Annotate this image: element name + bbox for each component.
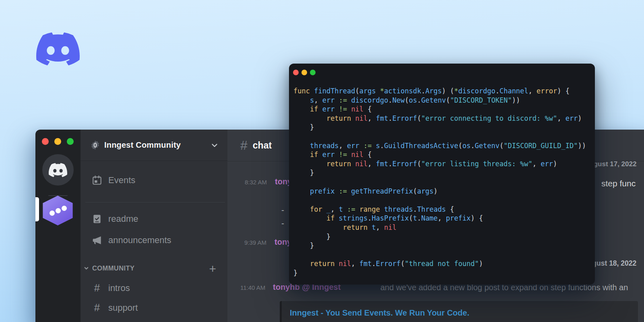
code-line: if err != nil { — [293, 150, 592, 159]
sidebar-item-label: announcements — [108, 235, 171, 246]
window-controls — [42, 138, 74, 145]
message-fragment: step func — [601, 179, 636, 188]
bullet-fragment: - — [281, 205, 284, 215]
sidebar-item-events[interactable]: Events — [92, 175, 135, 186]
code-line: if err != nil { — [293, 105, 592, 114]
link-embed-card: Inngest - You Send Events. We Run Your C… — [280, 301, 638, 322]
calendar-icon — [92, 175, 102, 186]
code-line: } — [293, 232, 592, 242]
code-line — [293, 132, 592, 141]
code-line: } — [293, 123, 592, 132]
minimize-button[interactable] — [301, 70, 307, 75]
code-line: } — [293, 268, 592, 278]
discord-logo — [36, 32, 80, 66]
channel-sidebar: Inngest Community Events readme — [80, 130, 227, 322]
channel-label: intros — [108, 283, 130, 293]
sidebar-divider — [85, 202, 225, 202]
add-channel-button[interactable]: + — [209, 263, 216, 275]
code-line: } — [293, 168, 592, 178]
hash-icon: # — [240, 138, 248, 153]
discord-home-button[interactable] — [42, 154, 74, 186]
discord-mark-icon — [49, 163, 67, 177]
code-line: return nil, fmt.Errorf("error listing th… — [293, 159, 592, 169]
sidebar-channel-support[interactable]: # support — [92, 301, 138, 314]
code-line — [293, 250, 592, 260]
message-timestamp: 9:39 AM — [244, 239, 266, 246]
maximize-button[interactable] — [310, 70, 316, 75]
sidebar-item-announcements[interactable]: announcements — [92, 235, 171, 246]
code-line: func findThread(args *actionsdk.Args) (*… — [293, 87, 592, 96]
code-line: return nil, fmt.Errorf("thread not found… — [293, 259, 592, 268]
server-name: Inngest Community — [104, 140, 211, 150]
inngest-dot — [56, 208, 61, 213]
message-timestamp: 11:40 AM — [240, 284, 265, 291]
megaphone-icon — [92, 235, 102, 246]
sidebar-item-label: Events — [108, 175, 135, 186]
code-line: prefix := getThreadPrefix(args) — [293, 187, 592, 196]
code-line: s, err := discordgo.New(os.Getenv("DISCO… — [293, 96, 592, 105]
hash-icon: # — [92, 282, 102, 294]
code-content: func findThread(args *actionsdk.Args) (*… — [293, 87, 592, 281]
sidebar-channel-intros[interactable]: # intros — [92, 282, 130, 294]
message-timestamp: 8:32 AM — [245, 179, 267, 186]
category-community[interactable]: COMMUNITY — [84, 264, 134, 272]
verified-badge-icon — [91, 140, 100, 150]
close-button[interactable] — [42, 138, 49, 145]
chevron-down-icon[interactable] — [211, 141, 219, 149]
code-editor-window: func findThread(args *actionsdk.Args) (*… — [289, 64, 595, 285]
inngest-server-button[interactable] — [42, 196, 74, 225]
window-controls — [293, 70, 316, 75]
hash-icon: # — [92, 301, 102, 314]
sidebar-item-label: readme — [108, 214, 138, 224]
inngest-dot — [62, 206, 67, 211]
active-server-indicator — [35, 197, 39, 221]
close-button[interactable] — [293, 70, 299, 75]
readme-book-icon — [92, 214, 102, 224]
bullet-fragment: - — [281, 219, 284, 228]
inngest-dot — [50, 211, 55, 216]
code-line: for _, t := range threads.Threads { — [293, 205, 592, 214]
sidebar-item-readme[interactable]: readme — [92, 214, 138, 224]
code-line: threads, err := s.GuildThreadsActive(os.… — [293, 141, 592, 151]
chevron-down-icon — [84, 266, 89, 271]
embed-title-link[interactable]: Inngest - You Send Events. We Run Your C… — [290, 308, 630, 318]
minimize-button[interactable] — [54, 138, 61, 145]
server-header[interactable]: Inngest Community — [80, 130, 227, 161]
code-line — [293, 178, 592, 187]
category-label: COMMUNITY — [92, 264, 134, 272]
code-line: return t, nil — [293, 223, 592, 232]
code-line: } — [293, 241, 592, 250]
code-line: if strings.HasPrefix(t.Name, prefix) { — [293, 214, 592, 223]
server-rail — [35, 130, 80, 322]
code-line — [293, 196, 592, 205]
maximize-button[interactable] — [67, 138, 74, 145]
channel-title: chat — [253, 140, 272, 151]
channel-label: support — [108, 303, 138, 313]
code-line: return nil, fmt.Errorf("error connecting… — [293, 114, 592, 123]
